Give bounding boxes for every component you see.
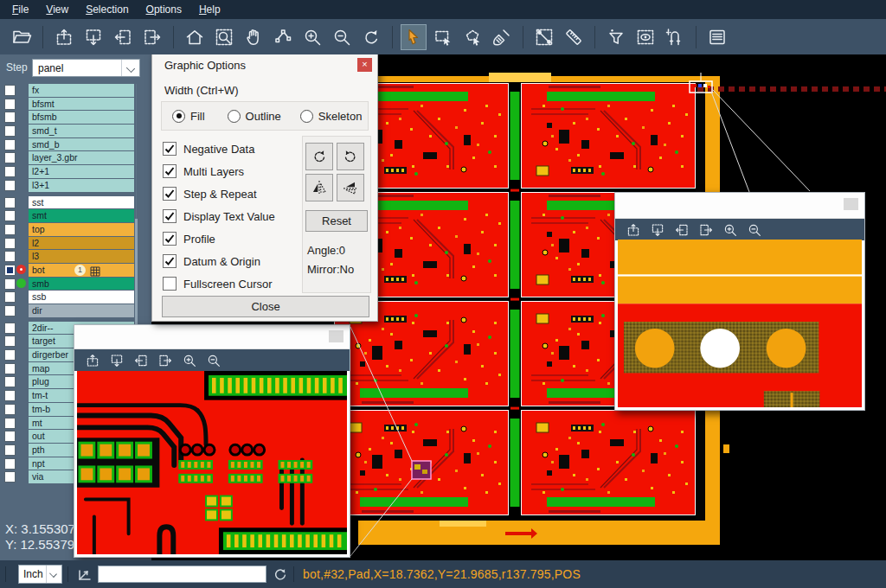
tool-ruler-icon[interactable] (561, 24, 587, 50)
magnifier-tool-zoom-out-icon[interactable] (202, 351, 226, 370)
layer-checkbox[interactable] (4, 390, 16, 401)
menu-file[interactable]: File (3, 2, 37, 17)
sidebar-scrollbar-thumb[interactable] (135, 219, 138, 340)
checkbox-step-repeat[interactable]: Step & Repeat (163, 182, 275, 205)
radio-skeleton[interactable]: Skeleton (300, 110, 363, 123)
tool-move-down-icon[interactable] (80, 24, 106, 50)
rotate-cw-button[interactable] (305, 143, 333, 170)
checkbox-datum-origin[interactable]: Datum & Origin (163, 250, 275, 272)
rotate-ccw-button[interactable] (337, 143, 364, 170)
magnifier-tool-move-up-icon[interactable] (621, 220, 645, 240)
layer-checkbox[interactable] (4, 363, 16, 374)
layer-row-smd_b[interactable]: smd_b (0, 138, 151, 151)
tool-zoom-out-icon[interactable] (329, 24, 355, 50)
magnifier-tool-move-down-icon[interactable] (105, 351, 129, 370)
window-button[interactable] (329, 330, 343, 342)
layer-row-layer_3.gbr[interactable]: layer_3.gbr (0, 151, 151, 164)
window-button[interactable] (844, 198, 858, 210)
magnifier-tool-move-down-icon[interactable] (645, 220, 670, 240)
tool-filter-icon[interactable] (603, 24, 629, 50)
tool-snap-magnet-icon[interactable] (662, 24, 688, 50)
layer-checkbox[interactable] (4, 444, 16, 456)
step-select[interactable]: panel (32, 59, 140, 77)
layer-checkbox[interactable] (4, 404, 16, 415)
layer-checkbox[interactable] (4, 278, 16, 290)
close-button[interactable]: Close (162, 296, 369, 317)
magnifier-view[interactable] (77, 371, 347, 554)
unit-select[interactable]: Inch (18, 565, 62, 584)
layer-checkbox[interactable] (4, 291, 16, 303)
menu-help[interactable]: Help (190, 2, 229, 17)
tool-view-options-icon[interactable] (632, 24, 658, 50)
mirror-vertical-button[interactable] (337, 174, 364, 201)
menu-view[interactable]: View (37, 2, 77, 17)
layer-checkbox[interactable] (4, 99, 16, 110)
tool-select-cursor-icon[interactable] (401, 24, 427, 50)
checkbox-profile[interactable]: Profile (163, 227, 275, 250)
magnifier-tool-move-left-icon[interactable] (670, 220, 694, 240)
layer-checkbox[interactable] (4, 418, 16, 429)
layer-row-bot[interactable]: bot1 (0, 264, 151, 277)
tool-zoom-window-icon[interactable] (211, 24, 237, 50)
checkbox-negative-data[interactable]: Negative Data (163, 137, 275, 160)
layer-checkbox[interactable] (4, 197, 16, 208)
command-input[interactable] (98, 566, 266, 583)
tool-measure-path-icon[interactable] (270, 24, 296, 50)
radio-fill[interactable]: Fill (172, 110, 205, 123)
layer-checkbox[interactable] (4, 85, 16, 96)
tool-home-view-icon[interactable] (182, 24, 208, 50)
layer-checkbox[interactable] (4, 180, 16, 191)
tool-layers-panel-icon[interactable] (704, 24, 730, 50)
tool-move-right-icon[interactable] (139, 24, 165, 50)
layer-row-smd_t[interactable]: smd_t (0, 125, 151, 137)
layer-checkbox[interactable] (4, 112, 16, 123)
layer-row-bfsmb[interactable]: bfsmb (0, 111, 151, 124)
layer-row-l3+1[interactable]: l3+1 (0, 179, 151, 192)
tool-open-folder-icon[interactable] (9, 24, 35, 50)
menu-selection[interactable]: Selection (77, 2, 137, 17)
layer-checkbox[interactable] (4, 210, 16, 221)
layer-checkbox[interactable] (4, 431, 16, 442)
radio-outline[interactable]: Outline (228, 110, 281, 123)
layer-row-fx[interactable]: fx (0, 84, 151, 97)
layer-checkbox[interactable] (4, 125, 16, 137)
mirror-horizontal-button[interactable] (305, 174, 333, 201)
layer-checkbox[interactable] (4, 166, 16, 177)
layer-row-smt[interactable]: smt (0, 209, 151, 222)
magnifier-tool-move-right-icon[interactable] (694, 220, 718, 240)
layer-checkbox[interactable] (4, 251, 16, 262)
layer-checkbox[interactable] (4, 305, 16, 316)
checkbox-multi-layers[interactable]: Multi Layers (163, 160, 275, 182)
layer-checkbox[interactable] (4, 458, 16, 470)
checkbox-display-text-value[interactable]: Display Text Value (163, 205, 275, 227)
close-icon[interactable]: × (357, 58, 372, 72)
tool-zoom-previous-icon[interactable] (358, 24, 384, 50)
tool-select-rectangle-icon[interactable] (430, 24, 456, 50)
layer-checkbox[interactable] (4, 349, 16, 361)
tool-select-polygon-icon[interactable] (459, 24, 485, 50)
menu-options[interactable]: Options (138, 2, 190, 17)
layer-row-smb[interactable]: smb (0, 278, 151, 291)
magnifier-title-bar[interactable] (74, 325, 350, 349)
layer-checkbox[interactable] (4, 152, 16, 163)
layer-checkbox[interactable] (4, 471, 16, 483)
tool-zoom-in-icon[interactable] (299, 24, 325, 50)
layer-row-ssb[interactable]: ssb (0, 291, 151, 304)
layer-checkbox[interactable] (4, 139, 16, 150)
tool-clean-brush-icon[interactable] (489, 24, 515, 50)
magnifier-tool-move-left-icon[interactable] (129, 351, 153, 370)
magnifier-tool-move-right-icon[interactable] (153, 351, 177, 370)
layer-checkbox[interactable] (4, 336, 16, 347)
layer-checkbox[interactable] (4, 323, 16, 334)
layer-row-sst[interactable]: sst (0, 196, 151, 209)
layer-row-bfsmt[interactable]: bfsmt (0, 98, 151, 111)
layer-row-top[interactable]: top (0, 223, 151, 236)
layer-checkbox[interactable] (4, 376, 16, 387)
layer-checkbox[interactable] (4, 224, 16, 235)
tool-move-left-icon[interactable] (110, 24, 136, 50)
corner-measure-icon[interactable] (76, 566, 93, 583)
layer-row-l3[interactable]: l3 (0, 250, 151, 263)
magnifier-tool-zoom-in-icon[interactable] (718, 220, 742, 240)
layer-checkbox[interactable] (4, 238, 16, 249)
layer-row-l2[interactable]: l2 (0, 237, 151, 250)
